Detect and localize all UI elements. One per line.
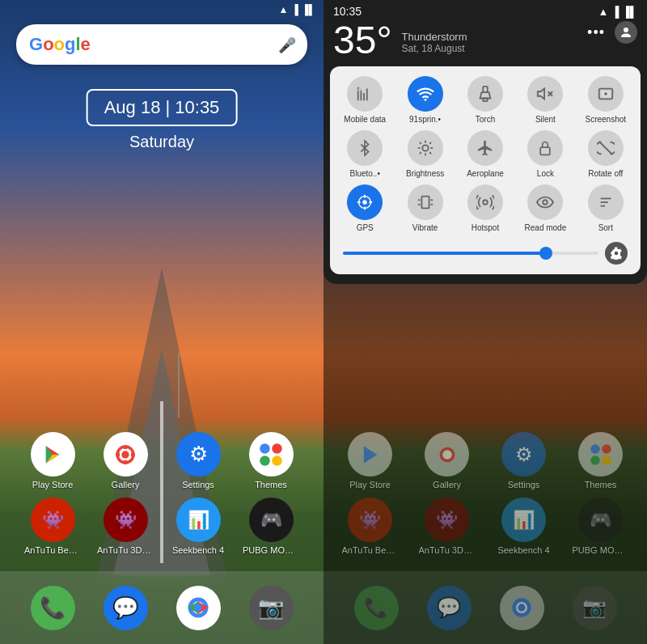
right-app-themes-label: Themes: [573, 480, 629, 489]
svg-line-33: [429, 152, 431, 154]
right-app-playstore: Play Store: [342, 432, 399, 489]
qs-screenshot-icon: [588, 76, 624, 112]
left-app-grid: Play Store Gallery: [0, 432, 324, 563]
settings-gear-icon[interactable]: [605, 242, 628, 265]
right-status-bar: 10:35 ▲ ▐ ▐▌: [324, 0, 647, 18]
weather-condition: Thunderstorm: [402, 31, 467, 43]
qs-aeroplane[interactable]: Aeroplane: [457, 130, 514, 178]
user-avatar[interactable]: [615, 21, 637, 44]
app-seekbench[interactable]: 📊 Seekbench 4: [170, 498, 226, 555]
app-antutu[interactable]: 👾 AnTuTu Bench..: [24, 498, 81, 555]
qs-gps-label: GPS: [357, 223, 374, 232]
qs-silent-icon: [527, 76, 563, 112]
right-dock-camera: 📷: [573, 586, 617, 630]
app-seekbench-label: Seekbench 4: [170, 545, 226, 555]
dock-phone[interactable]: 📞: [31, 586, 75, 630]
qs-torch-label: Torch: [476, 115, 495, 124]
app-gallery[interactable]: Gallery: [97, 432, 154, 489]
svg-rect-36: [541, 147, 551, 155]
qs-lock-label: Lock: [537, 169, 554, 178]
app-row-2: 👾 AnTuTu Bench.. 👾 AnTuTu 3DBen.. 📊 Seek…: [16, 498, 307, 555]
qs-screenshot[interactable]: Screenshot: [577, 76, 634, 124]
brightness-slider[interactable]: [343, 252, 598, 255]
qs-torch[interactable]: Torch: [457, 76, 514, 124]
wifi-icon: ▲: [279, 4, 289, 15]
dock-chrome[interactable]: [176, 586, 221, 630]
qs-rotate-off-icon: [588, 130, 624, 166]
qs-torch-icon: [467, 76, 503, 112]
qs-bluetooth[interactable]: Blueto..•: [336, 130, 393, 178]
right-app-themes: Themes: [573, 432, 629, 489]
svg-point-59: [518, 604, 525, 611]
qs-wifi[interactable]: 91sprin.•: [396, 76, 453, 124]
svg-line-35: [429, 142, 431, 144]
qs-sort[interactable]: Sort: [577, 184, 634, 232]
qs-brightness[interactable]: Brightness: [396, 130, 453, 178]
svg-point-52: [442, 450, 452, 460]
right-app-pubg: 🎮 PUBG MOBILE: [573, 498, 629, 555]
app-antutu3d[interactable]: 👾 AnTuTu 3DBen..: [97, 498, 154, 555]
app-playstore-label: Play Store: [24, 480, 81, 489]
qs-rotate-off-label: Rotate off: [588, 169, 623, 178]
svg-point-18: [624, 28, 628, 32]
app-settings[interactable]: ⚙ Settings: [170, 432, 226, 489]
qs-mobile-data-icon: [347, 76, 383, 112]
svg-line-32: [419, 142, 421, 144]
qs-gps-icon: [347, 184, 383, 220]
dock-messages[interactable]: 💬: [104, 586, 148, 630]
more-options-icon[interactable]: •••: [587, 24, 605, 41]
datetime-display: Aug 18 | 10:35: [87, 89, 238, 126]
app-pubg[interactable]: 🎮 PUBG MOBILE: [243, 498, 299, 555]
qs-hotspot[interactable]: Hotspot: [457, 184, 514, 232]
dock-camera[interactable]: 📷: [249, 586, 294, 630]
svg-point-45: [483, 200, 488, 205]
brightness-slider-row: [336, 239, 634, 268]
qs-vibrate-label: Vibrate: [412, 223, 438, 232]
svg-point-55: [590, 455, 600, 465]
app-playstore[interactable]: Play Store: [24, 432, 81, 489]
signal-icon: ▐: [291, 4, 298, 15]
left-panel: ▲ ▐ ▐▌ Google 🎤 Aug 18 | 10:35 Saturday …: [0, 0, 324, 644]
svg-rect-7: [124, 445, 128, 449]
svg-point-46: [543, 200, 548, 205]
svg-rect-9: [116, 452, 120, 456]
qs-mobile-data[interactable]: Mobile data: [336, 76, 393, 124]
qs-row-2: Blueto..• Brightness Aeroplane: [336, 130, 634, 178]
weather-header: 35° Thunderstorm Sat, 18 August •••: [324, 18, 647, 66]
qs-gps[interactable]: GPS: [336, 184, 393, 232]
svg-point-38: [362, 200, 367, 205]
qs-read-mode[interactable]: Read mode: [517, 184, 573, 232]
notification-panel: 10:35 ▲ ▐ ▐▌ 35° Thunderstorm Sat, 18 Au…: [324, 0, 647, 284]
google-search-bar[interactable]: Google 🎤: [16, 24, 307, 65]
svg-point-26: [604, 92, 607, 95]
app-gallery-label: Gallery: [97, 480, 154, 489]
status-time: 10:35: [333, 5, 362, 18]
right-app-antutu: 👾 AnTuTu Bench..: [342, 498, 399, 555]
right-app-row-2: 👾 AnTuTu Bench.. 👾 AnTuTu 3DBen.. 📊 Seek…: [332, 498, 639, 555]
left-status-bar: ▲ ▐ ▐▌: [0, 0, 324, 19]
svg-rect-40: [421, 197, 429, 209]
right-app-gallery-label: Gallery: [419, 480, 476, 489]
right-app-antutu3d-label: AnTuTu 3DBen..: [419, 545, 476, 555]
quick-settings-panel: Mobile data 91sprin.• Torch: [330, 66, 641, 274]
battery-icon: ▐▌: [302, 4, 315, 15]
qs-hotspot-label: Hotspot: [472, 223, 499, 232]
qs-wifi-label: 91sprin.•: [409, 115, 441, 124]
qs-lock[interactable]: Lock: [517, 130, 573, 178]
right-dock-phone: 📞: [354, 586, 399, 630]
app-themes[interactable]: Themes: [243, 432, 299, 489]
right-wifi-icon: ▲: [598, 6, 608, 18]
qs-vibrate[interactable]: Vibrate: [396, 184, 453, 232]
mic-icon[interactable]: 🎤: [278, 36, 294, 53]
right-app-settings-label: Settings: [496, 480, 552, 489]
app-settings-label: Settings: [170, 480, 226, 489]
qs-screenshot-label: Screenshot: [586, 115, 627, 124]
qs-bluetooth-label: Blueto..•: [349, 169, 379, 178]
qs-silent[interactable]: Silent: [517, 76, 573, 124]
right-app-antutu-label: AnTuTu Bench..: [342, 545, 399, 555]
qs-rotate-off[interactable]: Rotate off: [577, 130, 634, 178]
app-row-1: Play Store Gallery: [16, 432, 307, 489]
right-status-icons: ▲ ▐ ▐▌: [598, 6, 637, 18]
right-dock-chrome: [500, 586, 544, 630]
qs-brightness-label: Brightness: [406, 169, 444, 178]
